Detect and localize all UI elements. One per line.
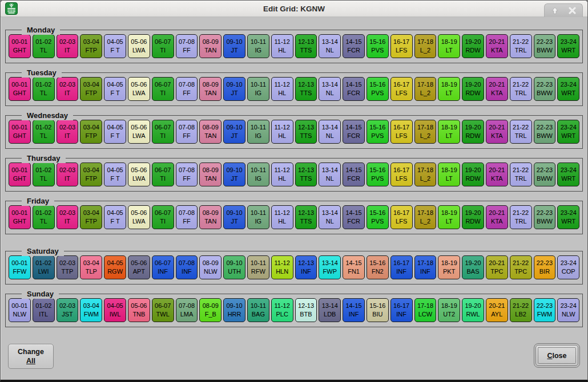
hour-slot-tuesday-04-05[interactable]: 04-05F T — [104, 77, 126, 101]
hour-slot-sunday-20-21[interactable]: 20-21AYL — [486, 298, 508, 322]
hour-slot-monday-02-03[interactable]: 02-03IT — [57, 34, 79, 58]
hour-slot-friday-14-15[interactable]: 14-15FCR — [343, 205, 365, 229]
hour-slot-tuesday-13-14[interactable]: 13-14NL — [319, 77, 341, 101]
hour-slot-friday-19-20[interactable]: 19-20RDW — [462, 205, 484, 229]
hour-slot-monday-16-17[interactable]: 16-17LFS — [390, 34, 413, 58]
hour-slot-friday-12-13[interactable]: 12-13TTS — [295, 205, 317, 229]
close-button[interactable]: Close — [535, 345, 578, 366]
hour-slot-sunday-00-01[interactable]: 00-01NLW — [9, 298, 31, 322]
hour-slot-thursday-15-16[interactable]: 15-16PVS — [367, 162, 389, 186]
hour-slot-saturday-14-15[interactable]: 14-15FN1 — [343, 255, 365, 279]
hour-slot-tuesday-21-22[interactable]: 21-22TRL — [510, 77, 532, 101]
hour-slot-tuesday-00-01[interactable]: 00-01GHT — [9, 77, 31, 101]
hour-slot-monday-12-13[interactable]: 12-13TTS — [295, 34, 317, 58]
hour-slot-sunday-07-08[interactable]: 07-08LMA — [176, 298, 198, 322]
hour-slot-thursday-05-06[interactable]: 05-06LWA — [128, 162, 150, 186]
hour-slot-friday-06-07[interactable]: 06-07TI — [152, 205, 174, 229]
hour-slot-monday-07-08[interactable]: 07-08FF — [176, 34, 198, 58]
hour-slot-wednesday-17-18[interactable]: 17-18L_2 — [414, 120, 437, 144]
hour-slot-saturday-12-13[interactable]: 12-13INF — [295, 255, 317, 279]
hour-slot-saturday-01-02[interactable]: 01-02LWI — [33, 255, 55, 279]
hour-slot-tuesday-07-08[interactable]: 07-08FF — [176, 77, 198, 101]
hour-slot-wednesday-16-17[interactable]: 16-17LFS — [390, 120, 413, 144]
hour-slot-wednesday-07-08[interactable]: 07-08FF — [176, 120, 198, 144]
hour-slot-saturday-04-05[interactable]: 04-05RGW — [104, 255, 126, 279]
hour-slot-saturday-13-14[interactable]: 13-14FWP — [319, 255, 341, 279]
hour-slot-sunday-12-13[interactable]: 12-13BTB — [295, 298, 317, 322]
hour-slot-monday-00-01[interactable]: 00-01GHT — [9, 34, 31, 58]
hour-slot-thursday-10-11[interactable]: 10-11IG — [247, 162, 269, 186]
hour-slot-monday-06-07[interactable]: 06-07TI — [152, 34, 174, 58]
hour-slot-thursday-16-17[interactable]: 16-17LFS — [390, 162, 413, 186]
hour-slot-wednesday-02-03[interactable]: 02-03IT — [57, 120, 79, 144]
hour-slot-monday-20-21[interactable]: 20-21KTA — [486, 34, 508, 58]
hour-slot-saturday-18-19[interactable]: 18-19PKT — [438, 255, 460, 279]
hour-slot-monday-09-10[interactable]: 09-10JT — [223, 34, 245, 58]
hour-slot-friday-13-14[interactable]: 13-14NL — [319, 205, 341, 229]
hour-slot-thursday-23-24[interactable]: 23-24WRT — [557, 162, 579, 186]
hour-slot-wednesday-13-14[interactable]: 13-14NL — [319, 120, 341, 144]
hour-slot-friday-18-19[interactable]: 18-19LT — [438, 205, 460, 229]
hour-slot-thursday-20-21[interactable]: 20-21KTA — [486, 162, 508, 186]
hour-slot-thursday-12-13[interactable]: 12-13TTS — [295, 162, 317, 186]
hour-slot-monday-05-06[interactable]: 05-06LWA — [128, 34, 150, 58]
hour-slot-sunday-22-23[interactable]: 22-23FWM — [534, 298, 556, 322]
hour-slot-thursday-00-01[interactable]: 00-01GHT — [9, 162, 31, 186]
hour-slot-tuesday-06-07[interactable]: 06-07TI — [152, 77, 174, 101]
hour-slot-friday-16-17[interactable]: 16-17LFS — [390, 205, 413, 229]
hour-slot-saturday-07-08[interactable]: 07-08INF — [176, 255, 198, 279]
hour-slot-thursday-13-14[interactable]: 13-14NL — [319, 162, 341, 186]
hour-slot-friday-01-02[interactable]: 01-02TL — [33, 205, 55, 229]
hour-slot-tuesday-23-24[interactable]: 23-24WRT — [557, 77, 579, 101]
hour-slot-saturday-15-16[interactable]: 15-16FN2 — [367, 255, 389, 279]
raise-window-button[interactable] — [547, 5, 562, 16]
hour-slot-sunday-06-07[interactable]: 06-07TWL — [152, 298, 174, 322]
hour-slot-saturday-02-03[interactable]: 02-03TTP — [57, 255, 79, 279]
hour-slot-monday-15-16[interactable]: 15-16PVS — [367, 34, 389, 58]
hour-slot-wednesday-11-12[interactable]: 11-12HL — [271, 120, 293, 144]
hour-slot-friday-11-12[interactable]: 11-12HL — [271, 205, 293, 229]
hour-slot-saturday-23-24[interactable]: 23-24COP — [557, 255, 579, 279]
hour-slot-friday-05-06[interactable]: 05-06LWA — [128, 205, 150, 229]
hour-slot-sunday-23-24[interactable]: 23-24NLW — [557, 298, 579, 322]
hour-slot-thursday-01-02[interactable]: 01-02TL — [33, 162, 55, 186]
hour-slot-thursday-04-05[interactable]: 04-05F T — [104, 162, 126, 186]
hour-slot-thursday-21-22[interactable]: 21-22TRL — [510, 162, 532, 186]
hour-slot-wednesday-05-06[interactable]: 05-06LWA — [128, 120, 150, 144]
hour-slot-monday-14-15[interactable]: 14-15FCR — [343, 34, 365, 58]
hour-slot-monday-03-04[interactable]: 03-04FTP — [80, 34, 102, 58]
hour-slot-thursday-02-03[interactable]: 02-03IT — [57, 162, 79, 186]
hour-slot-monday-18-19[interactable]: 18-19LT — [438, 34, 460, 58]
hour-slot-sunday-03-04[interactable]: 03-04FWM — [80, 298, 102, 322]
hour-slot-monday-01-02[interactable]: 01-02TL — [33, 34, 55, 58]
hour-slot-wednesday-22-23[interactable]: 22-23BWW — [534, 120, 556, 144]
hour-slot-tuesday-20-21[interactable]: 20-21KTA — [486, 77, 508, 101]
hour-slot-wednesday-06-07[interactable]: 06-07TI — [152, 120, 174, 144]
hour-slot-wednesday-14-15[interactable]: 14-15FCR — [343, 120, 365, 144]
hour-slot-friday-15-16[interactable]: 15-16PVS — [367, 205, 389, 229]
hour-slot-tuesday-22-23[interactable]: 22-23BWW — [534, 77, 556, 101]
hour-slot-thursday-18-19[interactable]: 18-19LT — [438, 162, 460, 186]
hour-slot-saturday-09-10[interactable]: 09-10UTH — [223, 255, 245, 279]
hour-slot-sunday-08-09[interactable]: 08-09F_B — [199, 298, 221, 322]
hour-slot-thursday-22-23[interactable]: 22-23BWW — [534, 162, 556, 186]
hour-slot-thursday-19-20[interactable]: 19-20RDW — [462, 162, 484, 186]
hour-slot-saturday-06-07[interactable]: 06-07INF — [152, 255, 174, 279]
close-window-button[interactable] — [565, 5, 579, 16]
hour-slot-saturday-11-12[interactable]: 11-12HLN — [271, 255, 293, 279]
hour-slot-friday-22-23[interactable]: 22-23BWW — [534, 205, 556, 229]
hour-slot-sunday-16-17[interactable]: 16-17INF — [390, 298, 413, 322]
hour-slot-thursday-07-08[interactable]: 07-08FF — [176, 162, 198, 186]
hour-slot-monday-04-05[interactable]: 04-05F T — [104, 34, 126, 58]
hour-slot-saturday-16-17[interactable]: 16-17INF — [390, 255, 413, 279]
hour-slot-sunday-19-20[interactable]: 19-20RWL — [462, 298, 484, 322]
hour-slot-wednesday-19-20[interactable]: 19-20RDW — [462, 120, 484, 144]
hour-slot-friday-20-21[interactable]: 20-21KTA — [486, 205, 508, 229]
hour-slot-thursday-09-10[interactable]: 09-10JT — [223, 162, 245, 186]
title-bar[interactable]: Edit Grid: KGNW — [1, 1, 587, 17]
hour-slot-tuesday-01-02[interactable]: 01-02TL — [33, 77, 55, 101]
hour-slot-wednesday-01-02[interactable]: 01-02TL — [33, 120, 55, 144]
hour-slot-tuesday-11-12[interactable]: 11-12HL — [271, 77, 293, 101]
hour-slot-tuesday-10-11[interactable]: 10-11IG — [247, 77, 269, 101]
hour-slot-tuesday-05-06[interactable]: 05-06LWA — [128, 77, 150, 101]
